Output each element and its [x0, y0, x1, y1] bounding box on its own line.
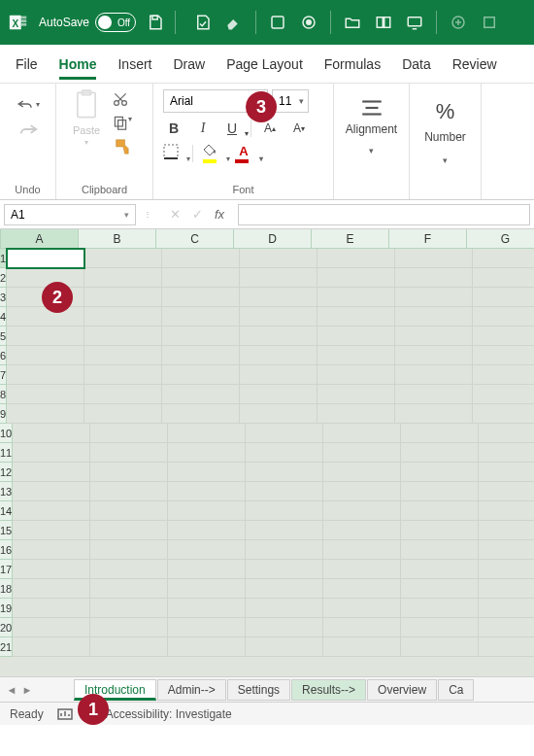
cell-E18[interactable] [323, 579, 401, 599]
enter-icon[interactable]: ✓ [192, 207, 203, 222]
cell-G3[interactable] [473, 288, 534, 307]
cell-B5[interactable] [84, 326, 162, 346]
cell-F9[interactable] [395, 404, 473, 424]
row-header-15[interactable]: 15 [0, 521, 13, 540]
cell-E1[interactable] [317, 249, 395, 268]
cell-E5[interactable] [317, 326, 395, 346]
tab-data[interactable]: Data [402, 49, 431, 80]
cell-E13[interactable] [323, 482, 401, 501]
number-dropdown[interactable] [443, 150, 448, 167]
row-header-1[interactable]: 1 [0, 249, 7, 268]
autosave-toggle[interactable]: AutoSave Off [39, 13, 136, 32]
row-header-13[interactable]: 13 [0, 482, 13, 501]
qat-display-icon[interactable] [405, 13, 424, 32]
cell-D19[interactable] [246, 599, 323, 618]
percent-icon[interactable]: % [436, 99, 455, 124]
cell-E2[interactable] [317, 268, 395, 288]
cell-C11[interactable] [168, 443, 246, 463]
paste-button[interactable]: Paste▾ [66, 89, 107, 155]
cell-F18[interactable] [401, 579, 479, 599]
cell-E15[interactable] [323, 521, 401, 540]
row-header-2[interactable]: 2 [0, 268, 7, 288]
cell-D3[interactable] [240, 288, 317, 307]
row-header-20[interactable]: 20 [0, 618, 13, 637]
cell-F2[interactable] [395, 268, 473, 288]
cell-C3[interactable] [162, 288, 240, 307]
cell-D8[interactable] [240, 385, 317, 404]
cell-B7[interactable] [84, 365, 162, 385]
accessibility-status[interactable]: Accessibility: Investigate [106, 707, 232, 721]
cell-G14[interactable] [479, 501, 534, 521]
cell-C6[interactable] [162, 346, 240, 365]
cell-F20[interactable] [401, 618, 479, 637]
cell-B10[interactable] [90, 424, 168, 443]
cell-E16[interactable] [323, 540, 401, 560]
cell-G8[interactable] [473, 385, 534, 404]
shrink-font-button[interactable]: A▾ [288, 119, 310, 138]
fx-icon[interactable]: fx [215, 207, 224, 222]
bold-button[interactable]: B [163, 119, 184, 138]
col-header-E[interactable]: E [312, 229, 389, 249]
col-header-C[interactable]: C [156, 229, 234, 249]
cell-G21[interactable] [479, 637, 534, 657]
cell-A15[interactable] [13, 521, 90, 540]
row-header-11[interactable]: 11 [0, 443, 13, 463]
cell-C1[interactable] [162, 249, 240, 268]
name-box[interactable]: A1 [4, 204, 136, 225]
cell-G12[interactable] [479, 463, 534, 482]
cell-A16[interactable] [13, 540, 90, 560]
cell-C19[interactable] [168, 599, 246, 618]
cell-G20[interactable] [479, 618, 534, 637]
cell-G17[interactable] [479, 560, 534, 579]
cell-E3[interactable] [317, 288, 395, 307]
cell-A11[interactable] [13, 443, 90, 463]
cell-A9[interactable] [7, 404, 84, 424]
spreadsheet-grid[interactable]: ABCDEFG 12345678910111213141516171819202… [0, 229, 534, 676]
cell-E7[interactable] [317, 365, 395, 385]
cell-E8[interactable] [317, 385, 395, 404]
cell-G1[interactable] [473, 249, 534, 268]
cell-A4[interactable] [7, 307, 84, 326]
cell-E21[interactable] [323, 637, 401, 657]
cell-D6[interactable] [240, 346, 317, 365]
cell-G4[interactable] [473, 307, 534, 326]
row-header-19[interactable]: 19 [0, 599, 13, 618]
qat-folder-icon[interactable] [343, 13, 362, 32]
cell-G15[interactable] [479, 521, 534, 540]
cell-E19[interactable] [323, 599, 401, 618]
cell-G2[interactable] [473, 268, 534, 288]
cell-F10[interactable] [401, 424, 479, 443]
redo-icon[interactable] [17, 120, 40, 138]
copy-icon[interactable]: ▾ [113, 115, 132, 132]
cell-D7[interactable] [240, 365, 317, 385]
cell-F4[interactable] [395, 307, 473, 326]
cell-D9[interactable] [240, 404, 317, 424]
cut-icon[interactable] [113, 91, 132, 109]
cell-D17[interactable] [246, 560, 323, 579]
cell-D14[interactable] [246, 501, 323, 521]
cell-B16[interactable] [90, 540, 168, 560]
cell-E4[interactable] [317, 307, 395, 326]
cell-G9[interactable] [473, 404, 534, 424]
cell-A18[interactable] [13, 579, 90, 599]
tab-file[interactable]: File [16, 49, 38, 80]
qat-icon-6[interactable] [374, 13, 393, 32]
cell-A20[interactable] [13, 618, 90, 637]
cell-D10[interactable] [246, 424, 323, 443]
cell-B17[interactable] [90, 560, 168, 579]
row-header-7[interactable]: 7 [0, 365, 7, 385]
cell-F11[interactable] [401, 443, 479, 463]
cell-E11[interactable] [323, 443, 401, 463]
cell-B20[interactable] [90, 618, 168, 637]
cell-E9[interactable] [317, 404, 395, 424]
qat-record-icon[interactable] [299, 13, 318, 32]
col-header-A[interactable]: A [1, 229, 79, 249]
cell-G19[interactable] [479, 599, 534, 618]
qat-icon-9[interactable] [480, 13, 499, 32]
cell-G11[interactable] [479, 443, 534, 463]
cell-A13[interactable] [13, 482, 90, 501]
cell-F7[interactable] [395, 365, 473, 385]
cell-D2[interactable] [240, 268, 317, 288]
cell-A10[interactable] [13, 424, 90, 443]
formula-input[interactable] [238, 204, 530, 225]
